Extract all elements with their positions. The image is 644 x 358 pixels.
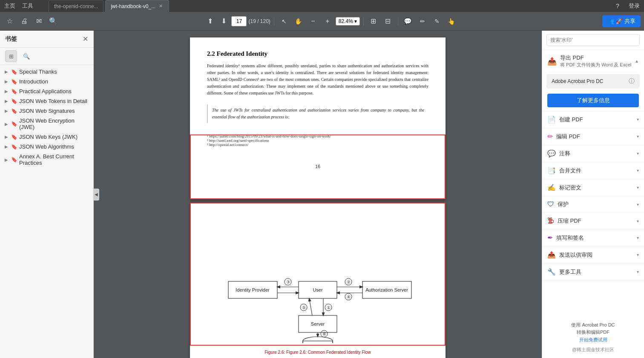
bookmark-introduction[interactable]: ▶ 🔖 Introduction <box>0 77 93 86</box>
bookmark-label-annex: Annex A. Best Current Practices <box>19 153 90 166</box>
toolbar: ☆ 🖨 ✉ 🔍 ⬆ ⬇ 17 (19 / 120) ↖ ✋ − + 82.4% … <box>0 12 644 31</box>
edit-pdf-title: 编辑 PDF <box>556 133 580 140</box>
layout-btn[interactable]: ⊞ <box>367 15 380 28</box>
pencil-btn[interactable]: ✏ <box>416 15 429 28</box>
bookmark-jwt-detail[interactable]: ▶ 🔖 JSON Web Tokens in Detail <box>0 96 93 106</box>
search-btn[interactable]: 🔍 <box>47 15 60 28</box>
protect-section: 🛡 保护 ▾ <box>542 196 644 213</box>
bookmark-label-jws: JSON Web Signatures <box>19 108 75 114</box>
create-pdf-title: 创建 PDF <box>559 116 583 123</box>
annotate-icon: 💬 <box>547 149 556 158</box>
bookmark-jws[interactable]: ▶ 🔖 JSON Web Signatures <box>0 106 93 116</box>
learn-more-button[interactable]: 了解更多信息 <box>547 94 639 107</box>
edit-pdf-toggle: ▾ <box>637 134 639 139</box>
fill-sign-icon: ✒ <box>547 234 553 242</box>
help-button[interactable]: ? <box>612 0 624 12</box>
edit-btn[interactable]: ✎ <box>431 15 443 28</box>
zoom-out-btn[interactable]: − <box>307 15 319 28</box>
menu-tools[interactable]: 工具 <box>22 2 33 10</box>
bookmark-jwe[interactable]: ▶ 🔖 JSON Web Encryption (JWE) <box>0 116 93 132</box>
email-btn[interactable]: ✉ <box>32 15 45 28</box>
pdf-page-num-1: 16 <box>190 160 446 173</box>
send-review-title: 发送以供审阅 <box>559 251 592 259</box>
right-panel-footer: 使用 Acrobat Pro DC 转换和编辑PDF 开始免费试用 @稀土掘金技… <box>542 316 644 358</box>
annotate-header[interactable]: 💬 注释 ▾ <box>542 145 644 162</box>
tab-close-icon[interactable]: ✕ <box>158 3 164 10</box>
markup-header[interactable]: ✍ 标记密文 ▾ <box>542 179 644 196</box>
send-review-section: 📤 发送以供审阅 ▾ <box>542 246 644 263</box>
markup-section: ✍ 标记密文 ▾ <box>542 179 644 196</box>
expand-introduction-icon: ▶ <box>3 79 9 85</box>
send-review-toggle: ▾ <box>637 252 639 257</box>
protect-header[interactable]: 🛡 保护 ▾ <box>542 196 644 212</box>
merge-header[interactable]: 📑 合并文件 ▾ <box>542 162 644 179</box>
login-button[interactable]: 登录 <box>629 2 640 10</box>
menu-home[interactable]: 主页 <box>4 2 15 10</box>
pdf-area[interactable]: 2.2 Federated Identity Federated identit… <box>94 31 542 358</box>
right-panel: ▶ 📤 导出 PDF 将 PDF 文件转换为 Word 及 Excel ▲ Ad… <box>542 31 644 358</box>
bookmark-label-special-thanks: Special Thanks <box>19 69 57 75</box>
send-review-icon: 📤 <box>547 251 556 259</box>
merge-icon: 📑 <box>547 166 556 175</box>
footnote-2: ² http://saml.xml.org/saml-specification… <box>207 138 428 143</box>
flow-diagram: Identity Provider User Authorization Ser… <box>216 215 420 343</box>
edit-pdf-header[interactable]: ✏ 编辑 PDF ▾ <box>542 128 644 145</box>
export-pdf-desc: 将 PDF 文件转换为 Word 及 Excel <box>560 62 631 68</box>
sidebar-close-btn[interactable]: ✕ <box>83 35 88 43</box>
main-area: 书签 ✕ ⊞ 🔍 ▶ 🔖 Special Thanks ▶ 🔖 Introduc… <box>0 31 644 358</box>
sidebar-collapse-btn[interactable]: ◀ <box>93 189 99 200</box>
bookmark-jwa[interactable]: ▶ 🔖 JSON Web Algorithms <box>0 142 93 152</box>
sidebar-search-btn[interactable]: 🔍 <box>20 50 32 62</box>
markup-toggle: ▾ <box>637 185 639 190</box>
bookmark-special-thanks[interactable]: ▶ 🔖 Special Thanks <box>0 67 93 77</box>
fit-btn[interactable]: ⊟ <box>382 15 394 28</box>
bookmark-practical[interactable]: ▶ 🔖 Practical Applications <box>0 86 93 96</box>
tab-openid[interactable]: the-openid-conne... <box>49 0 104 12</box>
zoom-display[interactable]: 82.4% ▾ <box>336 17 360 26</box>
share-button[interactable]: 👥 🚀 共享 <box>602 15 641 27</box>
fill-sign-section: ✒ 填写和签名 ▾ <box>542 229 644 246</box>
footer-community: @稀土掘金技术社区 <box>547 347 639 353</box>
right-panel-toggle[interactable]: ▶ <box>542 189 542 200</box>
bookmark-icon-jwe: 🔖 <box>11 121 17 127</box>
protect-toggle: ▾ <box>637 202 639 207</box>
comment-btn[interactable]: 💬 <box>402 15 414 28</box>
create-pdf-icon: 📄 <box>547 115 556 123</box>
svg-text:Authorization Server: Authorization Server <box>365 287 408 292</box>
hand-tool[interactable]: ✋ <box>292 15 305 28</box>
svg-text:Server: Server <box>311 321 325 326</box>
bookmark-icon-introduction: 🔖 <box>11 79 17 85</box>
page-total: (19 / 120) <box>248 18 270 24</box>
page-input[interactable]: 17 <box>231 16 247 26</box>
send-review-header[interactable]: 📤 发送以供审阅 ▾ <box>542 246 644 263</box>
more-tools-icon: 🔧 <box>547 268 556 276</box>
footnote-1: ¹ https://auth0.com/blog/2015/09/23/what… <box>207 134 428 138</box>
print-btn[interactable]: 🖨 <box>18 15 31 28</box>
tab-jwt-handbook[interactable]: jwt-handbook-v0_... ✕ <box>105 0 169 12</box>
nav-down-btn[interactable]: ⬇ <box>218 15 230 27</box>
sidebar-header: 书签 ✕ <box>0 31 93 48</box>
create-pdf-header[interactable]: 📄 创建 PDF ▾ <box>542 111 644 128</box>
toolbar-sep-2 <box>363 17 364 26</box>
footer-free-trial-link[interactable]: 开始免费试用 <box>579 337 607 342</box>
cursor-tool[interactable]: ↖ <box>278 15 290 28</box>
fill-sign-header[interactable]: ✒ 填写和签名 ▾ <box>542 229 644 246</box>
expand-special-thanks-icon: ▶ <box>3 69 9 75</box>
sidebar-grid-btn[interactable]: ⊞ <box>5 50 17 62</box>
nav-up-btn[interactable]: ⬆ <box>204 15 216 27</box>
diagram-caption: Figure 2.6: Figure 2.6: Common Federated… <box>264 350 371 355</box>
zoom-in-btn[interactable]: + <box>321 15 334 28</box>
stamp-btn[interactable]: 👆 <box>445 15 458 28</box>
bookmark-label-jwt-detail: JSON Web Tokens in Detail <box>19 98 87 104</box>
bookmark-tool-btn[interactable]: ☆ <box>3 15 16 28</box>
bookmark-jwk[interactable]: ▶ 🔖 JSON Web Keys (JWK) <box>0 132 93 142</box>
export-pdf-header[interactable]: 📤 导出 PDF 将 PDF 文件转换为 Word 及 Excel ▲ <box>542 50 644 72</box>
bookmark-icon-jwt-detail: 🔖 <box>11 98 17 104</box>
pdf-page-1-content: 2.2 Federated Identity Federated identit… <box>190 37 446 160</box>
expand-jwk-icon: ▶ <box>3 134 9 140</box>
adobe-section: Adobe Acrobat Pro DC ⓘ <box>546 74 640 89</box>
bookmark-annex[interactable]: ▶ 🔖 Annex A. Best Current Practices <box>0 152 93 168</box>
watermark-search-input[interactable] <box>546 34 640 46</box>
compress-header[interactable]: 🗜 压缩 PDF ▾ <box>542 213 644 229</box>
more-tools-header[interactable]: 🔧 更多工具 ▾ <box>542 263 644 280</box>
